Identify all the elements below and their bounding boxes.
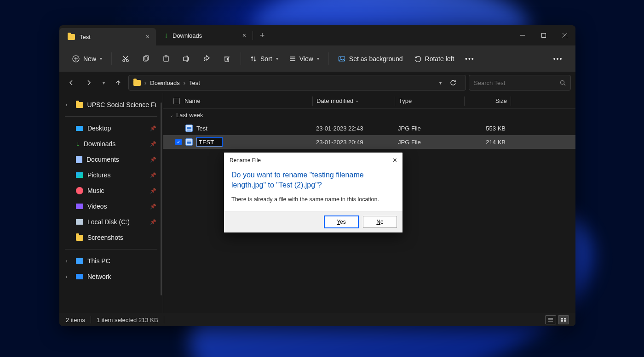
status-item-count: 2 items	[66, 317, 85, 323]
folder-icon	[68, 34, 75, 40]
svg-rect-33	[561, 318, 563, 320]
sidebar-item-label: Videos	[87, 203, 107, 210]
column-label: Size	[495, 97, 507, 104]
chevron-down-icon: ▾	[317, 56, 319, 61]
sort-button[interactable]: Sort ▾	[246, 51, 283, 67]
svg-rect-35	[561, 320, 563, 322]
rotate-left-label: Rotate left	[425, 55, 454, 62]
tab-label: Downloads	[172, 32, 202, 39]
sidebar-item-local-disk[interactable]: Local Disk (C:)📌	[62, 214, 160, 230]
forward-button[interactable]	[81, 75, 96, 90]
new-button[interactable]: New ▾	[68, 51, 107, 67]
column-headers: Name Date modified ⌄ Type Size	[163, 93, 575, 109]
sidebar-item-downloads[interactable]: ↓Downloads📌	[62, 136, 160, 152]
no-button[interactable]: No	[363, 216, 397, 228]
column-name[interactable]: Name	[170, 97, 312, 104]
sidebar-item-music[interactable]: Music📌	[62, 183, 160, 198]
paste-button[interactable]	[157, 51, 175, 67]
column-type[interactable]: Type	[395, 97, 464, 104]
file-row[interactable]: ✓ 23-01-2023 20:49 JPG File 214 KB	[163, 135, 575, 149]
copy-button[interactable]	[137, 51, 155, 67]
column-date[interactable]: Date modified ⌄	[313, 97, 395, 104]
group-header[interactable]: ⌄Last week	[163, 109, 575, 121]
rotate-left-button[interactable]: Rotate left	[409, 51, 459, 67]
dialog-question: Do you want to rename "testing filename …	[231, 170, 395, 190]
download-icon: ↓	[164, 31, 168, 40]
sidebar-item-network[interactable]: ›Network	[62, 269, 160, 284]
view-button[interactable]: View ▾	[285, 51, 324, 67]
sidebar-item-documents[interactable]: Documents📌	[62, 152, 160, 167]
breadcrumb-leaf[interactable]: Test	[189, 79, 200, 86]
select-all-checkbox[interactable]	[173, 98, 180, 104]
separator	[91, 316, 91, 323]
scrollbar-thumb[interactable]	[161, 102, 162, 295]
svg-rect-34	[564, 318, 566, 320]
sidebar: › UPSC Social Science Fu Desktop📌 ↓Downl…	[59, 93, 163, 313]
rename-button[interactable]	[177, 51, 196, 67]
sidebar-item-upsc[interactable]: › UPSC Social Science Fu	[62, 97, 160, 113]
svg-rect-19	[225, 57, 229, 62]
minimize-button[interactable]	[512, 27, 533, 44]
window-tabs: Test × ↓ Downloads × +	[59, 25, 271, 45]
sidebar-item-label: Pictures	[87, 171, 111, 179]
pin-icon: 📌	[150, 188, 156, 194]
chevron-down-icon[interactable]: ▾	[439, 80, 442, 85]
more-button[interactable]: •••	[460, 51, 479, 67]
delete-button[interactable]	[218, 51, 236, 67]
yes-button[interactable]: Yes	[324, 216, 358, 228]
file-row[interactable]: Test 23-01-2023 22:43 JPG File 553 KB	[163, 121, 575, 135]
dialog-close-button[interactable]: ×	[393, 156, 397, 164]
ellipsis-icon: •••	[465, 55, 475, 62]
details-view-button[interactable]	[545, 315, 556, 324]
tab-test[interactable]: Test ×	[59, 28, 156, 45]
column-label: Name	[184, 97, 201, 104]
network-icon	[76, 274, 83, 279]
svg-point-28	[561, 80, 564, 84]
trash-icon	[223, 55, 230, 62]
set-bg-label: Set as background	[349, 55, 403, 62]
folder-icon	[76, 235, 83, 241]
rename-input[interactable]	[196, 138, 222, 147]
share-button[interactable]	[197, 51, 216, 67]
maximize-button[interactable]	[533, 27, 554, 44]
rotate-left-icon	[414, 55, 421, 62]
search-box[interactable]	[469, 75, 571, 91]
overflow-button[interactable]: •••	[549, 51, 567, 67]
sidebar-item-desktop[interactable]: Desktop📌	[62, 120, 160, 136]
up-button[interactable]	[111, 75, 126, 90]
cut-button[interactable]	[116, 51, 135, 67]
breadcrumb[interactable]: › Downloads › Test ▾	[128, 75, 466, 91]
sidebar-item-label: UPSC Social Science Fu	[87, 101, 156, 108]
sidebar-item-label: Desktop	[87, 125, 111, 132]
breadcrumb-root[interactable]: Downloads	[150, 79, 179, 86]
row-checkbox[interactable]: ✓	[175, 139, 182, 145]
status-selected: 1 item selected 213 KB	[97, 317, 158, 323]
close-button[interactable]	[554, 27, 575, 44]
refresh-button[interactable]	[445, 79, 461, 86]
column-label: Type	[399, 97, 412, 104]
search-icon	[560, 80, 566, 86]
music-icon	[76, 187, 83, 194]
pc-icon	[76, 258, 83, 264]
breadcrumb-sep: ›	[144, 79, 146, 86]
sidebar-item-label: This PC	[87, 257, 110, 265]
thumbnails-view-button[interactable]	[558, 315, 569, 324]
sidebar-item-pictures[interactable]: Pictures📌	[62, 167, 160, 183]
close-icon[interactable]: ×	[146, 33, 150, 40]
sidebar-item-label: Local Disk (C:)	[87, 218, 130, 226]
close-icon[interactable]: ×	[242, 32, 246, 39]
set-background-button[interactable]: Set as background	[334, 51, 408, 67]
sidebar-item-videos[interactable]: Videos📌	[62, 198, 160, 214]
tab-downloads[interactable]: ↓ Downloads ×	[156, 25, 253, 45]
search-input[interactable]	[474, 79, 556, 86]
sidebar-item-this-pc[interactable]: ›This PC	[62, 253, 160, 269]
recent-button[interactable]: ▾	[99, 75, 108, 90]
rename-dialog: Rename File × Do you want to rename "tes…	[224, 153, 402, 232]
sidebar-item-screenshots[interactable]: Screenshots	[62, 230, 160, 245]
back-button[interactable]	[64, 75, 79, 90]
add-tab-button[interactable]: +	[253, 25, 271, 45]
column-size[interactable]: Size	[465, 97, 511, 104]
separator	[111, 52, 112, 65]
chevron-down-icon: ⌄	[170, 113, 173, 118]
separator	[164, 316, 164, 323]
